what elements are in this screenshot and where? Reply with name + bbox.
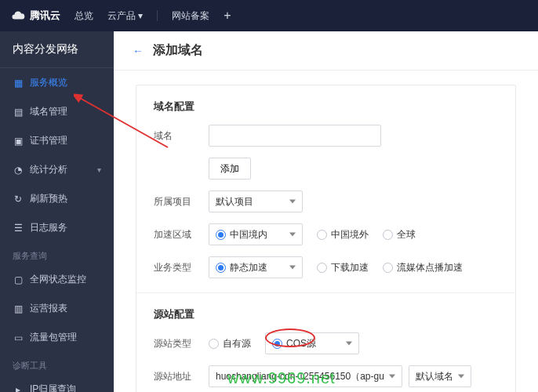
- sidebar-group-query: 服务查询: [0, 242, 114, 265]
- sidebar-item-cert[interactable]: ▣证书管理: [0, 126, 114, 155]
- radio-biz-static[interactable]: 静态加速: [209, 256, 303, 278]
- origin-addr-select[interactable]: huochangliang-cdn-1255456150（ap-gu: [209, 365, 402, 387]
- chevron-down-icon: ▾: [97, 165, 101, 174]
- back-button[interactable]: ←: [133, 45, 144, 57]
- page-header: ← 添加域名: [114, 31, 538, 71]
- nav-overview[interactable]: 总览: [75, 9, 93, 23]
- sidebar-item-stats[interactable]: ◔统计分析▾: [0, 155, 114, 184]
- radio-region-intl[interactable]: 中国境外: [317, 228, 369, 241]
- sidebar-item-ip[interactable]: ▸IP归属查询: [0, 375, 114, 392]
- section-title: 域名配置: [154, 100, 498, 114]
- grid-icon: ▦: [13, 78, 24, 89]
- sidebar-group-diag: 诊断工具: [0, 352, 114, 375]
- package-icon: ▭: [13, 332, 24, 343]
- radio-biz-download[interactable]: 下载加速: [317, 261, 369, 274]
- domain-input[interactable]: [209, 125, 381, 147]
- radio-region-global[interactable]: 全球: [383, 228, 416, 241]
- sidebar: 内容分发网络 ▦服务概览 ▤域名管理 ▣证书管理 ◔统计分析▾ ↻刷新预热 ☰日…: [0, 31, 114, 392]
- chart-icon: ◔: [13, 165, 24, 176]
- main-content: ← 添加域名 域名配置 域名 添加 所属项目 默认项目 加速区域: [114, 31, 538, 392]
- radio-cos-origin[interactable]: COS源: [265, 332, 359, 354]
- top-bar: 腾讯云 总览 云产品 ▾ 网站备案 +: [0, 0, 538, 31]
- section-domain: 域名配置 域名 添加 所属项目 默认项目 加速区域 中国境内: [136, 85, 515, 292]
- label-biz: 业务类型: [154, 261, 209, 274]
- label-origin-type: 源站类型: [154, 337, 209, 350]
- report-icon: ▥: [13, 303, 24, 314]
- top-nav: 总览 云产品 ▾ 网站备案 +: [75, 9, 231, 23]
- radio-own-origin[interactable]: 自有源: [209, 337, 251, 350]
- separator: [157, 10, 158, 21]
- label-origin-addr: 源站地址: [154, 370, 209, 383]
- monitor-icon: ▢: [13, 274, 24, 285]
- ip-icon: ▸: [13, 384, 24, 393]
- label-project: 所属项目: [154, 195, 209, 209]
- cloud-icon: [11, 9, 25, 23]
- section-origin: 源站配置 源站类型 自有源 COS源 源站地址 huochangliang-cd…: [136, 292, 515, 392]
- nav-beian[interactable]: 网站备案: [172, 9, 209, 23]
- label-region: 加速区域: [154, 228, 209, 241]
- sidebar-item-domain[interactable]: ▤域名管理: [0, 97, 114, 126]
- page-title: 添加域名: [153, 42, 203, 59]
- sidebar-title: 内容分发网络: [0, 31, 114, 68]
- brand-text: 腾讯云: [30, 9, 60, 23]
- shield-icon: ▣: [13, 136, 24, 147]
- refresh-icon: ↻: [13, 194, 24, 205]
- section-title: 源站配置: [154, 307, 498, 321]
- add-icon[interactable]: +: [224, 9, 231, 22]
- sidebar-item-report[interactable]: ▥运营报表: [0, 294, 114, 323]
- chevron-down-icon: ▾: [138, 10, 143, 21]
- doc-icon: ☰: [13, 223, 24, 234]
- label-domain: 域名: [154, 129, 209, 143]
- sidebar-item-log[interactable]: ☰日志服务: [0, 213, 114, 242]
- sidebar-item-overview[interactable]: ▦服务概览: [0, 68, 114, 97]
- brand-logo[interactable]: 腾讯云: [11, 9, 60, 23]
- sidebar-item-traffic[interactable]: ▭流量包管理: [0, 323, 114, 352]
- radio-biz-stream[interactable]: 流媒体点播加速: [383, 261, 463, 274]
- list-icon: ▤: [13, 107, 24, 118]
- radio-region-cn[interactable]: 中国境内: [209, 223, 303, 245]
- sidebar-item-monitor[interactable]: ▢全网状态监控: [0, 265, 114, 294]
- nav-products[interactable]: 云产品 ▾: [107, 9, 143, 23]
- sidebar-item-refresh[interactable]: ↻刷新预热: [0, 184, 114, 213]
- origin-domain-select[interactable]: 默认域名: [409, 365, 471, 387]
- config-panel: 域名配置 域名 添加 所属项目 默认项目 加速区域 中国境内: [136, 85, 516, 392]
- add-button[interactable]: 添加: [209, 158, 251, 180]
- project-select[interactable]: 默认项目: [209, 191, 303, 212]
